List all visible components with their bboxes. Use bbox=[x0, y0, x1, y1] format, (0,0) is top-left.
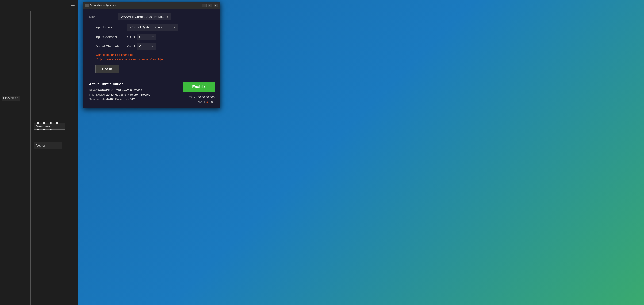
sub-section: Input Device Current System Device ▾ Inp… bbox=[89, 24, 214, 77]
title-bar: VL.Audio Configuration — □ ✕ bbox=[83, 2, 220, 9]
active-config-right: Enable Time 00:00:00.000 Beat 1 1 01 bbox=[182, 82, 214, 104]
time-value: 00:00:00.000 bbox=[198, 96, 214, 99]
output-channels-dropdown[interactable]: 0 ▾ bbox=[137, 43, 156, 50]
beat-dot-icon bbox=[206, 101, 208, 103]
active-driver-value: WASAPI: Current System Device bbox=[98, 88, 142, 92]
active-buffer-size-value: 512 bbox=[130, 98, 135, 101]
node-vector[interactable]: Vector bbox=[34, 142, 62, 149]
got-it-button[interactable]: Got It! bbox=[95, 65, 119, 73]
enable-button[interactable]: Enable bbox=[182, 82, 214, 92]
output-channels-row: Output Channels Count 0 ▾ bbox=[95, 43, 214, 50]
node-handle bbox=[56, 122, 58, 124]
driver-label: Driver bbox=[89, 15, 118, 19]
active-sample-rate-value: 44100 bbox=[106, 98, 114, 101]
input-device-arrow-icon: ▾ bbox=[174, 26, 176, 29]
node-handle bbox=[37, 122, 39, 124]
time-beat-panel: Time 00:00:00.000 Beat 1 1 01 bbox=[190, 96, 214, 104]
error-message: Config couldn't be changed: Object refer… bbox=[95, 53, 214, 62]
active-driver-label: Driver bbox=[89, 88, 97, 92]
input-device-label: Input Device bbox=[95, 26, 127, 29]
beat-label: Beat bbox=[196, 100, 202, 104]
input-channels-arrow-icon: ▾ bbox=[152, 35, 154, 39]
active-input-device-value: WASAPI: Current System Device bbox=[106, 93, 150, 96]
left-editor-panel: ☰ NE-MERGE Wanderer Vector bbox=[0, 0, 78, 305]
input-channels-label: Input Channels bbox=[95, 35, 127, 39]
input-channels-dropdown[interactable]: 0 ▾ bbox=[137, 34, 156, 40]
output-channels-value: 0 bbox=[139, 45, 150, 48]
driver-dropdown-arrow-icon: ▾ bbox=[166, 15, 168, 19]
node-wanderer-label: Wanderer bbox=[36, 125, 50, 128]
hamburger-menu-icon[interactable]: ☰ bbox=[71, 3, 75, 8]
output-channels-label: Output Channels bbox=[95, 45, 127, 48]
driver-dropdown[interactable]: WASAPI: Current System De... ▾ bbox=[118, 13, 171, 21]
node-handle bbox=[37, 129, 39, 130]
active-config-section: Active Configuration Driver WASAPI: Curr… bbox=[89, 82, 214, 104]
node-handle bbox=[50, 129, 52, 130]
node-handle bbox=[50, 122, 52, 124]
node-vector-label: Vector bbox=[36, 144, 45, 147]
error-line2: Object reference not set to an instance … bbox=[96, 57, 214, 62]
app-icon bbox=[86, 4, 89, 7]
close-button[interactable]: ✕ bbox=[214, 4, 218, 7]
active-config-title: Active Configuration bbox=[89, 82, 182, 86]
time-label: Time bbox=[190, 96, 196, 99]
active-driver-line: Driver WASAPI: Current System Device bbox=[89, 88, 182, 92]
error-line1: Config couldn't be changed: bbox=[96, 53, 214, 57]
input-device-dropdown[interactable]: Current System Device ▾ bbox=[127, 24, 178, 31]
vertical-line bbox=[30, 11, 30, 305]
active-sample-rate-line: Sample Rate 44100 Buffer Size 512 bbox=[89, 98, 182, 101]
canvas-area: NE-MERGE Wanderer Vector bbox=[0, 11, 78, 305]
window-controls: — □ ✕ bbox=[202, 4, 218, 7]
beat-value: 1 bbox=[204, 100, 206, 104]
active-input-device-label: Input Device bbox=[89, 93, 105, 96]
dialog-content: Driver WASAPI: Current System De... ▾ In… bbox=[83, 9, 220, 108]
node-handle bbox=[43, 122, 45, 124]
input-device-value: Current System Device bbox=[130, 26, 172, 29]
active-input-device-line: Input Device WASAPI: Current System Devi… bbox=[89, 93, 182, 96]
driver-dropdown-value: WASAPI: Current System De... bbox=[121, 15, 165, 19]
maximize-button[interactable]: □ bbox=[208, 4, 212, 7]
ne-merge-label: NE-MERGE bbox=[2, 96, 20, 101]
active-sample-rate-label: Sample Rate bbox=[89, 98, 106, 101]
driver-row: Driver WASAPI: Current System De... ▾ bbox=[89, 13, 214, 21]
node-handle bbox=[43, 129, 45, 130]
input-channels-value: 0 bbox=[139, 35, 150, 39]
panel-header: ☰ bbox=[0, 0, 78, 11]
node-wanderer[interactable]: Wanderer bbox=[34, 123, 66, 130]
output-channels-arrow-icon: ▾ bbox=[152, 45, 154, 48]
beat-row: Beat 1 1 01 bbox=[190, 100, 214, 104]
time-row: Time 00:00:00.000 bbox=[190, 96, 214, 99]
section-divider bbox=[89, 79, 214, 79]
minimize-button[interactable]: — bbox=[202, 4, 206, 7]
beat-detail: 1 01 bbox=[209, 100, 214, 104]
audio-config-dialog: VL.Audio Configuration — □ ✕ Driver WASA… bbox=[83, 2, 220, 108]
input-channels-count-label: Count bbox=[127, 35, 135, 39]
active-buffer-size-label: Buffer Size bbox=[115, 98, 129, 101]
active-config-left: Active Configuration Driver WASAPI: Curr… bbox=[89, 82, 182, 102]
input-device-row: Input Device Current System Device ▾ bbox=[95, 24, 214, 31]
dialog-title: VL.Audio Configuration bbox=[90, 4, 202, 7]
output-channels-count-label: Count bbox=[127, 45, 135, 48]
input-channels-row: Input Channels Count 0 ▾ bbox=[95, 34, 214, 40]
